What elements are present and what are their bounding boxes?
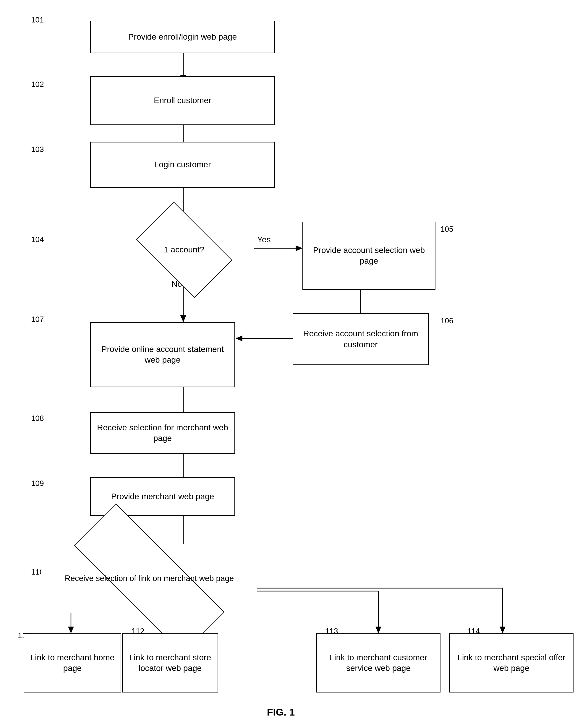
node-108: Receive selection for merchant web page xyxy=(90,412,235,454)
label-105: 105 xyxy=(440,225,453,234)
node-106: Receive account selection from customer xyxy=(293,313,429,365)
node-112: Link to merchant store locator web page xyxy=(122,633,218,692)
node-111: Link to merchant home page xyxy=(24,633,121,692)
svg-marker-7 xyxy=(296,245,302,251)
svg-marker-11 xyxy=(236,336,243,341)
node-110-diamond: Receive selection of link on merchant we… xyxy=(41,544,257,613)
node-103: Login customer xyxy=(90,142,275,188)
node-101: Provide enroll/login web page xyxy=(90,21,275,53)
svg-marker-22 xyxy=(68,626,74,633)
label-101: 101 xyxy=(31,15,44,24)
svg-marker-27 xyxy=(375,626,381,633)
node-114: Link to merchant special offer web page xyxy=(449,633,573,692)
label-109: 109 xyxy=(31,479,44,488)
node-104-diamond: 1 account? xyxy=(114,220,254,279)
label-108: 108 xyxy=(31,414,44,423)
flowchart: Yes No 101 Provide enroll/login web page… xyxy=(0,0,588,725)
label-104: 104 xyxy=(31,235,44,244)
svg-marker-13 xyxy=(180,315,186,322)
node-113: Link to merchant customer service web pa… xyxy=(316,633,440,692)
figure-label: FIG. 1 xyxy=(222,706,340,718)
label-102: 102 xyxy=(31,80,44,89)
label-106: 106 xyxy=(440,316,453,325)
node-102: Enroll customer xyxy=(90,76,275,125)
svg-marker-30 xyxy=(500,626,505,633)
node-105: Provide account selection web page xyxy=(302,222,436,290)
label-107: 107 xyxy=(31,315,44,324)
svg-text:Yes: Yes xyxy=(257,235,271,244)
label-103: 103 xyxy=(31,145,44,154)
node-107: Provide online account statement web pag… xyxy=(90,322,235,387)
